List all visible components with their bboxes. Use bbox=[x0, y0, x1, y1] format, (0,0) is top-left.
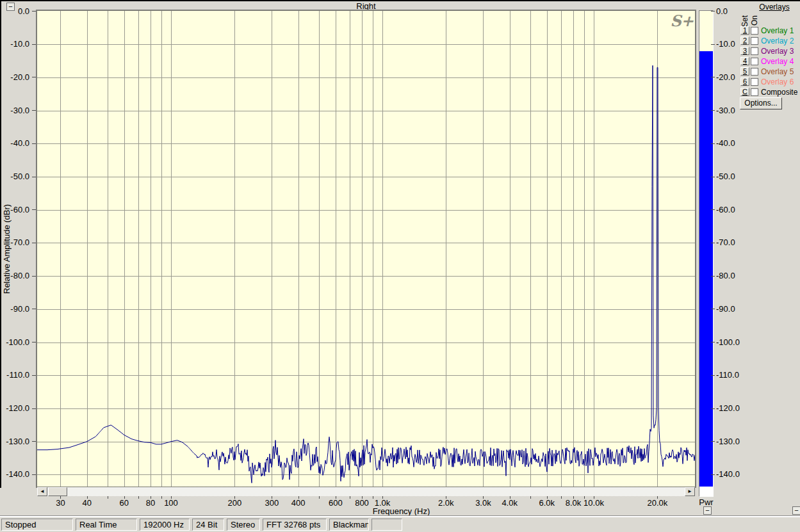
overlay-on-checkbox-2[interactable] bbox=[751, 37, 758, 45]
overlay-label-3: Overlay 3 bbox=[761, 47, 794, 56]
overlays-on-column-header: On bbox=[750, 10, 759, 26]
y-tick-mark bbox=[711, 309, 715, 309]
overlay-set-button-2[interactable]: 2 bbox=[740, 36, 749, 45]
x-axis-label: Frequency (Hz) bbox=[37, 506, 765, 516]
overlay-label-5: Overlay 5 bbox=[761, 67, 794, 76]
y-tick-label: -110.0 bbox=[0, 370, 29, 380]
y-tick-label: -140.0 bbox=[716, 469, 749, 479]
spectrum-trace bbox=[37, 65, 695, 483]
plot-frame bbox=[36, 10, 696, 488]
status-panel-stereo: Stereo bbox=[227, 519, 260, 531]
y-tick-mark bbox=[711, 209, 715, 210]
overlay-label-4: Overlay 4 bbox=[761, 57, 794, 66]
overlays-set-column-header: Set bbox=[740, 9, 749, 27]
y-tick-mark bbox=[711, 441, 715, 442]
y-tick-mark bbox=[711, 474, 715, 475]
y-tick-mark bbox=[711, 77, 715, 77]
power-meter-headroom bbox=[699, 11, 713, 51]
spectraplus-logo: S+ bbox=[660, 12, 693, 30]
collapse-power-meter-button[interactable]: − bbox=[703, 506, 712, 515]
overlay-on-checkbox-4[interactable] bbox=[751, 58, 758, 65]
overlay-on-checkbox-1[interactable] bbox=[751, 27, 758, 35]
y-tick-mark bbox=[711, 44, 715, 45]
y-tick-label: -50.0 bbox=[716, 172, 749, 181]
status-panel-real-time: Real Time bbox=[76, 519, 137, 531]
overlay-set-button-5[interactable]: 5 bbox=[740, 67, 749, 76]
status-panel-empty bbox=[371, 519, 402, 531]
power-meter-label: Pwr bbox=[696, 497, 716, 507]
y-tick-label: -40.0 bbox=[0, 138, 29, 148]
status-panel-fft-32768-pts: FFT 32768 pts bbox=[263, 519, 327, 531]
y-axis-label: Relative Amplitude (dBr) bbox=[2, 11, 12, 487]
status-panel-blackman: Blackman bbox=[329, 519, 369, 531]
y-tick-mark bbox=[711, 110, 715, 111]
y-tick-label: -130.0 bbox=[716, 437, 749, 446]
y-tick-label: -50.0 bbox=[0, 172, 29, 181]
overlay-set-button-1[interactable]: 1 bbox=[740, 26, 749, 35]
y-tick-label: -80.0 bbox=[0, 271, 29, 280]
y-tick-label: -100.0 bbox=[716, 337, 749, 347]
y-tick-label: -40.0 bbox=[716, 138, 749, 148]
y-tick-label: -90.0 bbox=[0, 304, 29, 314]
plot-canvas[interactable] bbox=[37, 11, 695, 487]
scroll-left-button[interactable]: ◄ bbox=[37, 487, 47, 496]
y-tick-label: -60.0 bbox=[716, 205, 749, 214]
y-tick-label: -130.0 bbox=[0, 437, 29, 446]
y-tick-mark bbox=[711, 276, 715, 277]
x-tick-mark bbox=[319, 496, 320, 499]
overlay-on-checkbox-C[interactable] bbox=[751, 88, 758, 96]
y-tick-mark bbox=[711, 243, 715, 243]
y-tick-label: -20.0 bbox=[0, 72, 29, 82]
y-tick-label: -70.0 bbox=[0, 238, 29, 247]
overlay-on-checkbox-3[interactable] bbox=[751, 47, 758, 55]
y-tick-label: -30.0 bbox=[0, 106, 29, 115]
y-tick-label: -90.0 bbox=[716, 304, 749, 314]
y-tick-label: -100.0 bbox=[0, 337, 29, 347]
frequency-scrollbar[interactable]: ◄ ► bbox=[37, 487, 695, 496]
y-tick-label: -140.0 bbox=[0, 469, 29, 479]
overlay-on-checkbox-6[interactable] bbox=[751, 78, 758, 86]
y-tick-label: -120.0 bbox=[716, 403, 749, 413]
overlay-on-checkbox-5[interactable] bbox=[751, 68, 758, 76]
y-tick-mark bbox=[711, 408, 715, 409]
y-tick-mark bbox=[711, 375, 715, 376]
status-panel-192000-hz: 192000 Hz bbox=[140, 519, 190, 531]
y-tick-mark bbox=[711, 143, 715, 144]
y-tick-mark bbox=[711, 342, 715, 343]
status-panel-stopped: Stopped bbox=[1, 519, 73, 531]
overlay-label-C: Composite bbox=[761, 88, 797, 97]
overlay-set-button-6[interactable]: 6 bbox=[740, 77, 749, 86]
overlay-label-2: Overlay 2 bbox=[761, 36, 794, 45]
y-tick-label: -60.0 bbox=[0, 205, 29, 214]
y-tick-label: -70.0 bbox=[716, 238, 749, 247]
status-panel-24-bit: 24 Bit bbox=[192, 519, 224, 531]
overlay-set-button-C[interactable]: C bbox=[740, 88, 749, 96]
scroll-thumb[interactable] bbox=[48, 487, 67, 496]
y-tick-label: -80.0 bbox=[716, 271, 749, 280]
y-tick-mark bbox=[711, 11, 715, 12]
y-tick-label: 0.0 bbox=[0, 6, 29, 16]
power-meter bbox=[699, 10, 714, 497]
x-tick-mark bbox=[108, 496, 108, 499]
collapse-overlays-button[interactable]: − bbox=[792, 506, 800, 515]
overlay-set-button-3[interactable]: 3 bbox=[740, 47, 749, 55]
y-tick-label: -110.0 bbox=[716, 370, 749, 380]
overlay-label-6: Overlay 6 bbox=[761, 77, 794, 86]
overlays-options-button[interactable]: Options... bbox=[740, 97, 782, 109]
power-meter-fill bbox=[699, 51, 713, 487]
y-tick-label: -120.0 bbox=[0, 403, 29, 413]
scroll-right-button[interactable]: ► bbox=[685, 487, 695, 496]
status-bar: StoppedReal Time192000 Hz24 BitStereoFFT… bbox=[0, 516, 800, 532]
y-tick-mark bbox=[711, 177, 715, 177]
x-tick-mark bbox=[530, 496, 531, 499]
overlay-set-button-4[interactable]: 4 bbox=[740, 57, 749, 65]
y-tick-label: -10.0 bbox=[0, 39, 29, 49]
overlay-label-1: Overlay 1 bbox=[761, 26, 794, 35]
